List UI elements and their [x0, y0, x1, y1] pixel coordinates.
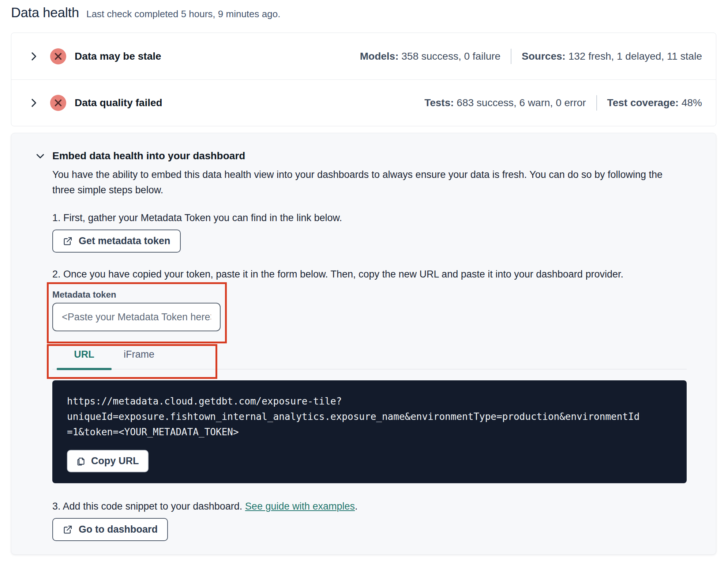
page-title: Data health — [11, 5, 79, 20]
external-link-icon — [63, 236, 73, 246]
status-row-stats: Models: 358 success, 0 failure Sources: … — [360, 49, 702, 64]
external-link-icon — [63, 525, 73, 535]
status-row-stats: Tests: 683 success, 6 warn, 0 error Test… — [424, 95, 702, 111]
models-stat: Models: 358 success, 0 failure — [360, 51, 500, 62]
models-stat-value: 358 success, 0 failure — [401, 51, 500, 62]
copy-url-button[interactable]: Copy URL — [67, 450, 149, 472]
error-x-circle-icon — [50, 94, 67, 111]
test-coverage-stat-label: Test coverage: — [607, 97, 679, 108]
status-row-stale[interactable]: Data may be stale Models: 358 success, 0… — [11, 33, 716, 79]
step-1-text: 1. First, gather your Metadata Token you… — [52, 212, 687, 224]
step-3-suffix: . — [355, 501, 358, 512]
status-card: Data may be stale Models: 358 success, 0… — [11, 33, 716, 126]
code-line: https://metadata.cloud.getdbt.com/exposu… — [67, 394, 673, 409]
page-header: Data health Last check completed 5 hours… — [11, 5, 716, 20]
copy-icon — [76, 456, 86, 466]
chevron-down-icon[interactable] — [35, 150, 46, 161]
code-line: uniqueId=exposure.fishtown_internal_anal… — [67, 409, 673, 424]
status-row-title: Data may be stale — [75, 51, 161, 62]
sources-stat-label: Sources: — [522, 51, 566, 62]
embed-url-code-block: https://metadata.cloud.getdbt.com/exposu… — [52, 380, 687, 483]
code-line: =1&token=<YOUR_METADATA_TOKEN> — [67, 424, 673, 440]
embed-output-tabs: URL iFrame — [52, 349, 687, 369]
stat-divider — [511, 49, 511, 64]
tests-stat-value: 683 success, 6 warn, 0 error — [457, 97, 586, 108]
stat-divider — [596, 95, 597, 111]
sources-stat-value: 132 fresh, 1 delayed, 11 stale — [568, 51, 702, 62]
get-metadata-token-button[interactable]: Get metadata token — [52, 230, 181, 253]
embed-description: You have the ability to embed this data … — [52, 167, 687, 198]
embed-section-card: Embed data health into your dashboard Yo… — [11, 133, 716, 555]
see-guide-link[interactable]: See guide with examples — [245, 501, 355, 512]
models-stat-label: Models: — [360, 51, 399, 62]
metadata-token-label: Metadata token — [52, 290, 221, 300]
expand-row-button[interactable] — [28, 51, 40, 62]
step-3-text: 3. Add this code snippet to your dashboa… — [52, 501, 687, 512]
go-to-dashboard-button[interactable]: Go to dashboard — [52, 518, 168, 541]
status-row-quality[interactable]: Data quality failed Tests: 683 success, … — [11, 79, 716, 126]
data-health-page: { "page": { "title": "Data health", "sub… — [0, 0, 728, 574]
step-3-prefix: 3. Add this code snippet to your dashboa… — [52, 501, 245, 512]
test-coverage-stat: Test coverage: 48% — [607, 97, 702, 109]
error-x-circle-icon — [50, 48, 67, 65]
chevron-right-icon — [28, 51, 40, 62]
test-coverage-stat-value: 48% — [682, 97, 702, 108]
tests-stat: Tests: 683 success, 6 warn, 0 error — [424, 97, 586, 109]
step-2-text: 2. Once you have copied your token, past… — [52, 269, 687, 280]
expand-row-button[interactable] — [28, 97, 40, 109]
tab-bar: URL iFrame — [52, 349, 687, 369]
tests-stat-label: Tests: — [424, 97, 454, 108]
status-row-title: Data quality failed — [75, 97, 162, 109]
go-to-dashboard-label: Go to dashboard — [79, 524, 158, 535]
tab-iframe[interactable]: iFrame — [112, 349, 166, 369]
metadata-token-input[interactable] — [52, 303, 221, 331]
last-check-status: Last check completed 5 hours, 9 minutes … — [86, 8, 280, 20]
tab-url[interactable]: URL — [57, 349, 112, 369]
embed-section-header[interactable]: Embed data health into your dashboard — [35, 150, 687, 162]
get-metadata-token-label: Get metadata token — [79, 235, 170, 247]
copy-url-label: Copy URL — [91, 455, 139, 467]
chevron-right-icon — [28, 97, 40, 109]
sources-stat: Sources: 132 fresh, 1 delayed, 11 stale — [522, 51, 702, 62]
embed-section-title: Embed data health into your dashboard — [52, 150, 245, 162]
metadata-token-field-group: Metadata token — [52, 290, 221, 331]
